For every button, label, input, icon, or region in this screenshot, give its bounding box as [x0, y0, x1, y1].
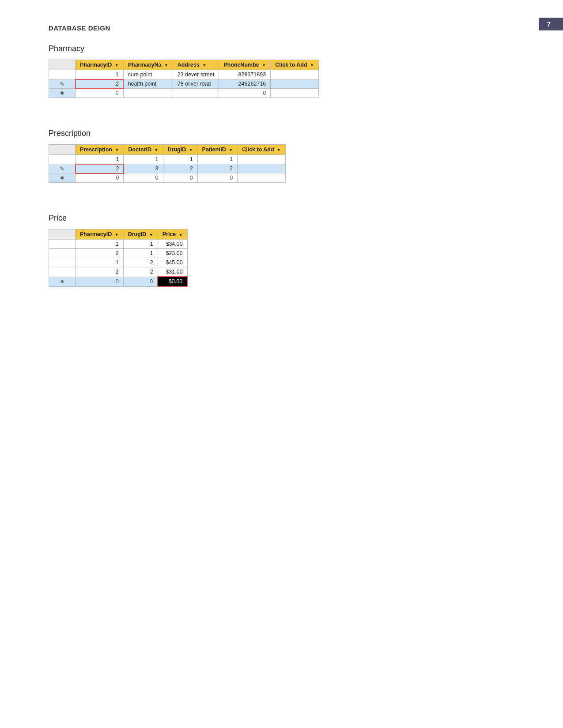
cell-patientid-new[interactable]: 0 — [197, 173, 238, 183]
prescription-section: Prescription Prescription ▼ DoctorID ▼ D… — [49, 129, 523, 200]
price-table: PharmacyID ▼ DrugID ▼ Price ▼ 1 1 $34.00 — [49, 229, 188, 287]
cell-address-new[interactable] — [173, 89, 219, 98]
cell-price[interactable]: $45.00 — [158, 258, 187, 267]
cell-address[interactable]: 78 oliver road — [173, 79, 219, 89]
row-icon — [49, 249, 76, 258]
pharmacy-section: Pharmacy PharmacyID ▼ PharmacyNa ▼ Addre… — [49, 44, 523, 116]
cell-price[interactable]: $23.00 — [158, 249, 187, 258]
pharmacy-section-title: Pharmacy — [49, 44, 523, 53]
asterisk-icon — [60, 175, 64, 181]
presc-col-clickadd[interactable]: Click to Add ▼ — [238, 145, 286, 155]
cell-patientid[interactable]: 1 — [197, 155, 238, 164]
pharmacy-table: PharmacyID ▼ PharmacyNa ▼ Address ▼ Phon… — [49, 60, 319, 98]
table-row: 1 cure point 23 dever street 828371893 — [49, 70, 319, 79]
cell-address[interactable]: 23 dever street — [173, 70, 219, 79]
row-icon — [49, 70, 76, 79]
prescription-table-wrapper: Prescription ▼ DoctorID ▼ DrugID ▼ Patie… — [49, 144, 286, 183]
cell-drugid[interactable]: 1 — [123, 249, 158, 258]
cell-doctorid-new[interactable]: 0 — [124, 173, 163, 183]
cell-pharmacyid-new[interactable]: 0 — [76, 277, 124, 286]
cell-price[interactable]: $31.00 — [158, 267, 187, 277]
pharmacy-col-id[interactable]: PharmacyID ▼ — [76, 60, 124, 70]
row-icon-asterisk — [49, 173, 76, 183]
cell-prescid[interactable]: 2 — [76, 164, 124, 173]
table-row: 1 2 $45.00 — [49, 258, 188, 267]
cell-doctorid[interactable]: 3 — [124, 164, 163, 173]
row-icon — [49, 155, 76, 164]
asterisk-icon — [60, 278, 64, 285]
presc-col-patient[interactable]: PatientID ▼ — [197, 145, 238, 155]
row-icon — [49, 267, 76, 277]
cell-prescid-new[interactable]: 0 — [76, 173, 124, 183]
price-section-title: Price — [49, 214, 523, 223]
price-section: Price PharmacyID ▼ DrugID ▼ Price ▼ 1 — [49, 214, 523, 304]
pharmacy-table-wrapper: PharmacyID ▼ PharmacyNa ▼ Address ▼ Phon… — [49, 60, 319, 98]
page-title: DATABASE DEIGN — [49, 24, 523, 32]
price-col-pharmacyid[interactable]: PharmacyID ▼ — [76, 229, 124, 240]
table-row-new: 0 0 — [49, 89, 319, 98]
presc-col-drug[interactable]: DrugID ▼ — [163, 145, 197, 155]
page-number: 7 — [539, 18, 563, 30]
cell-pharmacyid[interactable]: 2 — [76, 249, 124, 258]
cell-patientid[interactable]: 2 — [197, 164, 238, 173]
cell-name[interactable]: health point — [123, 79, 173, 89]
cell-id[interactable]: 2 — [76, 79, 124, 89]
cell-doctorid[interactable]: 1 — [124, 155, 163, 164]
row-icon-pencil — [49, 164, 76, 173]
pharmacy-col-name[interactable]: PharmacyNa ▼ — [123, 60, 173, 70]
cell-phone[interactable]: 246262716 — [219, 79, 271, 89]
pencil-icon — [60, 81, 64, 87]
table-row-new: 0 0 0 0 — [49, 173, 286, 183]
cell-pharmacyid[interactable]: 2 — [76, 267, 124, 277]
cell-drugid[interactable]: 2 — [163, 164, 197, 173]
price-col-price[interactable]: Price ▼ — [158, 229, 187, 240]
pharmacy-col-phone[interactable]: PhoneNumbe ▼ — [219, 60, 271, 70]
cell-phone-new[interactable]: 0 — [219, 89, 271, 98]
cell-drugid[interactable]: 2 — [123, 258, 158, 267]
cell-phone[interactable]: 828371893 — [219, 70, 271, 79]
table-row: 1 1 $34.00 — [49, 240, 188, 249]
row-icon-pencil — [49, 79, 76, 89]
pencil-icon — [60, 166, 64, 172]
pharmacy-col-clickadd[interactable]: Click to Add ▼ — [271, 60, 319, 70]
row-icon — [49, 258, 76, 267]
cell-drugid[interactable]: 1 — [163, 155, 197, 164]
cell-extra — [271, 70, 319, 79]
row-icon-asterisk — [49, 89, 76, 98]
pharmacy-col-address[interactable]: Address ▼ — [173, 60, 219, 70]
cell-extra-new — [271, 89, 319, 98]
table-row: 2 health point 78 oliver road 246262716 — [49, 79, 319, 89]
cell-pharmacyid[interactable]: 1 — [76, 258, 124, 267]
presc-col-id[interactable]: Prescription ▼ — [76, 145, 124, 155]
asterisk-icon — [60, 90, 64, 96]
cell-id-new[interactable]: 0 — [76, 89, 124, 98]
table-row: 2 2 $31.00 — [49, 267, 188, 277]
presc-col-doctor[interactable]: DoctorID ▼ — [124, 145, 163, 155]
table-row-new: 0 0 $0.00 — [49, 277, 188, 286]
prescription-table: Prescription ▼ DoctorID ▼ DrugID ▼ Patie… — [49, 144, 286, 183]
cell-name[interactable]: cure point — [123, 70, 173, 79]
row-icon — [49, 240, 76, 249]
cell-prescid[interactable]: 1 — [76, 155, 124, 164]
cell-drugid[interactable]: 1 — [123, 240, 158, 249]
row-icon-asterisk — [49, 277, 76, 286]
cell-drugid-new[interactable]: 0 — [123, 277, 158, 286]
cell-extra — [238, 164, 286, 173]
cell-extra-new — [238, 173, 286, 183]
cell-pharmacyid[interactable]: 1 — [76, 240, 124, 249]
cell-price-new[interactable]: $0.00 — [158, 277, 187, 286]
cell-name-new[interactable] — [123, 89, 173, 98]
cell-drugid[interactable]: 2 — [123, 267, 158, 277]
price-table-wrapper: PharmacyID ▼ DrugID ▼ Price ▼ 1 1 $34.00 — [49, 229, 188, 287]
table-row: 2 1 $23.00 — [49, 249, 188, 258]
prescription-section-title: Prescription — [49, 129, 523, 138]
cell-drugid-new[interactable]: 0 — [163, 173, 197, 183]
cell-price[interactable]: $34.00 — [158, 240, 187, 249]
cell-extra — [238, 155, 286, 164]
table-row: 2 3 2 2 — [49, 164, 286, 173]
price-col-drugid[interactable]: DrugID ▼ — [123, 229, 158, 240]
cell-id[interactable]: 1 — [76, 70, 124, 79]
cell-extra — [271, 79, 319, 89]
table-row: 1 1 1 1 — [49, 155, 286, 164]
